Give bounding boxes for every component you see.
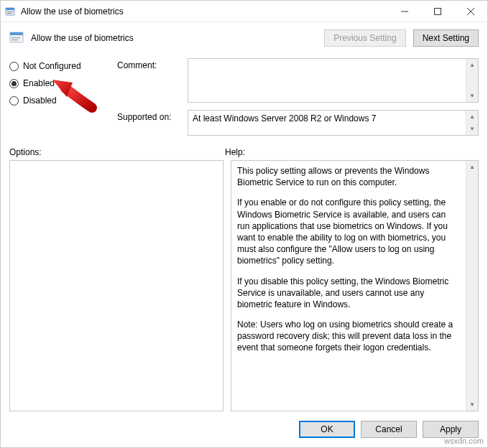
help-text: This policy setting allows or prevents t… xyxy=(231,161,466,411)
svg-rect-11 xyxy=(11,39,18,40)
scroll-up-icon[interactable]: ▲ xyxy=(466,59,478,71)
close-button[interactable] xyxy=(454,1,487,22)
scroll-down-icon[interactable]: ▼ xyxy=(466,90,478,102)
help-p1: This policy setting allows or prevents t… xyxy=(237,165,460,188)
maximize-button[interactable] xyxy=(421,1,454,22)
minimize-button[interactable] xyxy=(388,1,421,22)
policy-icon xyxy=(5,6,17,17)
scrollbar[interactable]: ▲ ▼ xyxy=(466,59,478,102)
scrollbar[interactable]: ▲ ▼ xyxy=(466,111,478,135)
scrollbar[interactable]: ▲ ▼ xyxy=(466,161,478,411)
comment-row: Comment: ▲ ▼ xyxy=(117,58,479,103)
config-fields: Comment: ▲ ▼ Supported on: At least Wind… xyxy=(117,58,479,136)
scroll-down-icon[interactable]: ▼ xyxy=(466,398,478,411)
titlebar: Allow the use of biometrics xyxy=(1,1,487,22)
help-p4: Note: Users who log on using biometrics … xyxy=(237,319,460,354)
supported-row: Supported on: At least Windows Server 20… xyxy=(117,110,479,136)
radio-label: Disabled xyxy=(23,95,57,106)
radio-enabled[interactable]: Enabled xyxy=(9,78,110,88)
policy-header-icon xyxy=(9,31,27,45)
window-title: Allow the use of biometrics xyxy=(21,6,388,17)
radio-icon xyxy=(9,62,19,71)
panes: This policy setting allows or prevents t… xyxy=(9,160,479,411)
header-row: Allow the use of biometrics Previous Set… xyxy=(9,29,479,47)
svg-rect-9 xyxy=(10,32,23,35)
comment-label: Comment: xyxy=(117,58,182,70)
window-root: Allow the use of biometrics xyxy=(0,0,488,448)
svg-rect-3 xyxy=(7,13,11,14)
radio-icon-selected xyxy=(9,79,19,88)
supported-value: At least Windows Server 2008 R2 or Windo… xyxy=(188,111,466,135)
previous-setting-button[interactable]: Previous Setting xyxy=(324,29,405,47)
svg-rect-10 xyxy=(11,37,20,38)
radio-disabled[interactable]: Disabled xyxy=(9,95,110,106)
radio-label: Enabled xyxy=(23,78,55,88)
radio-group: Not Configured Enabled xyxy=(9,58,110,136)
radio-not-configured[interactable]: Not Configured xyxy=(9,61,110,71)
options-pane[interactable] xyxy=(9,160,224,411)
comment-field[interactable]: ▲ ▼ xyxy=(188,58,479,103)
radio-label: Not Configured xyxy=(23,61,81,71)
config-area: Not Configured Enabled xyxy=(9,58,479,136)
supported-field: At least Windows Server 2008 R2 or Windo… xyxy=(188,110,479,136)
content-area: Allow the use of biometrics Previous Set… xyxy=(1,22,487,411)
options-label: Options: xyxy=(9,147,225,157)
nav-buttons: Previous Setting Next Setting xyxy=(324,29,479,47)
svg-rect-1 xyxy=(6,8,14,10)
ok-button[interactable]: OK xyxy=(299,421,355,438)
watermark: wsxdn.com xyxy=(444,437,484,445)
help-p3: If you disable this policy setting, the … xyxy=(237,276,460,311)
next-setting-button[interactable]: Next Setting xyxy=(413,29,479,47)
apply-button[interactable]: Apply xyxy=(423,421,479,438)
help-pane: This policy setting allows or prevents t… xyxy=(231,160,479,411)
cancel-button[interactable]: Cancel xyxy=(361,421,417,438)
svg-rect-5 xyxy=(435,8,441,14)
comment-value xyxy=(188,59,466,102)
help-p2: If you enable or do not configure this p… xyxy=(237,197,460,266)
radio-icon xyxy=(9,96,19,106)
supported-label: Supported on: xyxy=(117,110,182,122)
help-label: Help: xyxy=(225,147,479,157)
svg-rect-2 xyxy=(7,11,13,12)
policy-title: Allow the use of biometrics xyxy=(31,33,324,43)
scroll-down-icon[interactable]: ▼ xyxy=(466,123,478,135)
scroll-up-icon[interactable]: ▲ xyxy=(466,161,478,173)
mid-labels: Options: Help: xyxy=(9,147,479,157)
window-controls xyxy=(388,1,487,22)
scroll-up-icon[interactable]: ▲ xyxy=(466,111,478,123)
footer: OK Cancel Apply xyxy=(1,411,487,447)
